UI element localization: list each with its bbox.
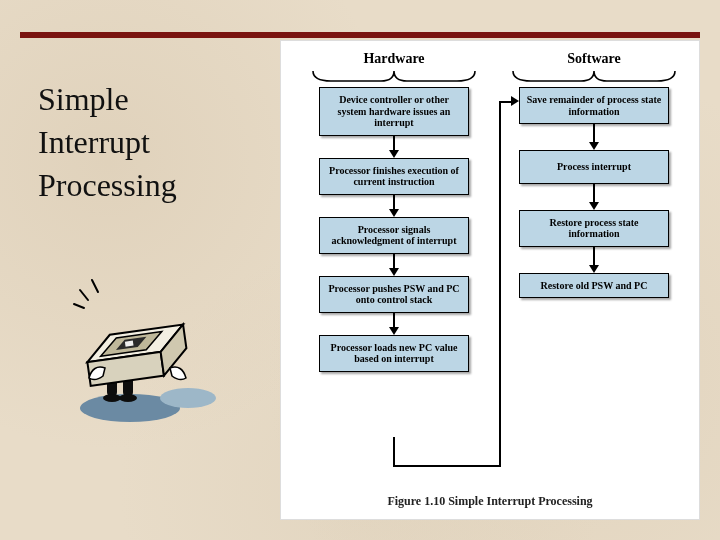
hw-node-1: Device controller or other system hardwa… <box>319 87 469 136</box>
svg-line-13 <box>74 304 84 308</box>
computer-clipart <box>70 270 230 430</box>
title-line-3: Processing <box>38 164 177 207</box>
connector-bottom-h <box>393 465 501 467</box>
horizontal-rule <box>20 32 700 38</box>
software-column: Save remainder of process state informat… <box>519 87 669 298</box>
hardware-column: Device controller or other system hardwa… <box>319 87 469 372</box>
title-line-2: Interrupt <box>38 121 177 164</box>
connector-arrow <box>511 96 519 106</box>
hw-node-2: Processor finishes execution of current … <box>319 158 469 195</box>
hw-node-5: Processor loads new PC value based on in… <box>319 335 469 372</box>
column-header-software: Software <box>519 51 669 67</box>
hw-node-3: Processor signals acknowledgment of inte… <box>319 217 469 254</box>
figure-panel: Hardware Software Device controller or o… <box>280 40 700 520</box>
column-header-hardware: Hardware <box>319 51 469 67</box>
brace-software <box>511 69 677 83</box>
sw-node-2: Process interrupt <box>519 150 669 184</box>
sw-node-1: Save remainder of process state informat… <box>519 87 669 124</box>
connector-down <box>393 437 395 467</box>
connector-mid-v <box>499 101 501 467</box>
sw-node-3: Restore process state information <box>519 210 669 247</box>
svg-line-12 <box>80 290 88 300</box>
sw-node-4: Restore old PSW and PC <box>519 273 669 299</box>
title-line-1: Simple <box>38 78 177 121</box>
svg-point-5 <box>119 394 137 402</box>
figure-caption: Figure 1.10 Simple Interrupt Processing <box>281 494 699 509</box>
svg-point-4 <box>103 394 121 402</box>
hw-node-4: Processor pushes PSW and PC onto control… <box>319 276 469 313</box>
svg-line-14 <box>92 280 98 292</box>
slide-title: Simple Interrupt Processing <box>38 78 177 208</box>
brace-hardware <box>311 69 477 83</box>
svg-point-1 <box>160 388 216 408</box>
